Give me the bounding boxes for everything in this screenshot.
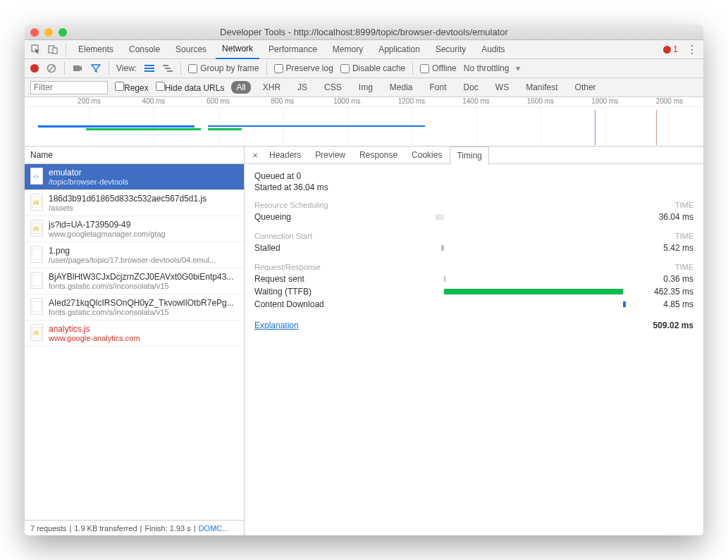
record-button[interactable] (30, 64, 39, 73)
filter-input[interactable] (30, 81, 108, 94)
svg-rect-6 (144, 65, 154, 66)
tab-headers[interactable]: Headers (263, 147, 307, 163)
filter-doc[interactable]: Doc (459, 81, 483, 94)
svg-rect-2 (53, 48, 57, 54)
request-row[interactable]: AIed271kqQlcIRSOnQH0yZ_TkvowlIOtbR7ePg..… (25, 294, 244, 321)
offline-checkbox[interactable]: Offline (420, 63, 456, 73)
inspect-element-icon[interactable] (29, 42, 43, 56)
titlebar: Developer Tools - http://localhost:8999/… (25, 25, 703, 40)
explanation-link[interactable]: Explanation (254, 321, 299, 330)
request-path: www.google-analytics.com (49, 334, 238, 342)
filter-xhr[interactable]: XHR (258, 81, 285, 94)
error-badge[interactable]: 1 (659, 44, 682, 54)
timing-value: 4.85 ms (637, 299, 693, 309)
timing-row: Content Download4.85 ms (254, 298, 693, 311)
svg-rect-9 (163, 65, 168, 66)
tab-timing[interactable]: Timing (450, 147, 489, 165)
status-finish: Finish: 1.93 s (144, 524, 190, 533)
hide-data-urls-checkbox[interactable]: Hide data URLs (156, 82, 225, 93)
camera-icon[interactable] (72, 63, 83, 74)
tab-elements[interactable]: Elements (72, 40, 120, 58)
time-label: TIME (675, 232, 693, 240)
tab-cookies[interactable]: Cookies (405, 147, 448, 163)
request-row[interactable]: JSjs?id=UA-1739509-49www.googletagmanage… (25, 216, 244, 242)
svg-rect-8 (144, 70, 154, 72)
timing-bar (436, 214, 444, 220)
filter-css[interactable]: CSS (319, 81, 347, 94)
filter-other[interactable]: Other (570, 81, 601, 94)
tab-network[interactable]: Network (216, 39, 259, 59)
total-time: 509.02 ms (653, 321, 693, 330)
request-row[interactable]: BjAYBlHtW3CJxDcjzrnZCJ0EAVxt0G0biEntp43.… (25, 268, 244, 294)
timing-label: Queueing (254, 212, 353, 222)
main-tabs-bar: Elements Console Sources Network Perform… (25, 40, 703, 59)
disable-cache-checkbox[interactable]: Disable cache (340, 63, 405, 73)
request-name: analytics.js (49, 324, 238, 334)
timing-row: Request sent0.36 ms (254, 273, 693, 285)
network-toolbar: View: Group by frame Preserve log Disabl… (25, 59, 703, 78)
request-name: emulator (49, 168, 238, 178)
svg-rect-10 (165, 68, 171, 69)
request-row[interactable]: JS186d3b91d61865d833c532aec567d5d1.js/as… (25, 190, 244, 216)
tab-audits[interactable]: Audits (475, 40, 511, 58)
filter-all[interactable]: All (231, 81, 250, 94)
request-row[interactable]: 1.png/user/pages/topic/17.browser-devtoo… (25, 242, 244, 268)
svg-rect-20 (32, 301, 42, 312)
throttling-select[interactable]: No throttling (464, 63, 510, 73)
request-name: 1.png (49, 246, 238, 256)
tab-console[interactable]: Console (123, 40, 166, 58)
timeline-tick: 200 ms (78, 97, 101, 105)
svg-rect-19 (32, 275, 42, 286)
request-name: BjAYBlHtW3CJxDcjzrnZCJ0EAVxt0G0biEntp43.… (49, 272, 238, 282)
name-column-header[interactable]: Name (25, 147, 244, 164)
filter-font[interactable]: Font (425, 81, 452, 94)
view-label: View: (116, 63, 137, 73)
maximize-window-button[interactable] (58, 28, 67, 37)
close-window-button[interactable] (30, 28, 39, 37)
clear-icon[interactable] (46, 63, 57, 74)
tab-performance[interactable]: Performance (262, 40, 323, 58)
request-row[interactable]: JSanalytics.jswww.google-analytics.com (25, 321, 244, 347)
timeline-tick: 1800 ms (591, 97, 618, 105)
img-file-icon (30, 246, 43, 263)
js-file-icon: JS (30, 324, 43, 341)
status-bar: 7 requests | 1.9 KB transferred | Finish… (25, 520, 244, 535)
filter-manifest[interactable]: Manifest (521, 81, 562, 94)
filter-js[interactable]: JS (292, 81, 312, 94)
timing-panel: Queued at 0 Started at 36.04 ms Resource… (245, 164, 703, 337)
regex-checkbox[interactable]: Regex (115, 82, 149, 93)
minimize-window-button[interactable] (44, 28, 53, 37)
timing-bar (623, 301, 626, 307)
tab-application[interactable]: Application (372, 40, 426, 58)
tab-memory[interactable]: Memory (326, 40, 369, 58)
timing-value: 462.35 ms (637, 287, 693, 297)
filter-media[interactable]: Media (385, 81, 418, 94)
filter-icon[interactable] (90, 63, 101, 74)
more-menu-icon[interactable]: ⋮ (685, 43, 699, 56)
request-name: AIed271kqQlcIRSOnQH0yZ_TkvowlIOtbR7ePg..… (49, 298, 238, 308)
request-path: fonts.gstatic.com/s/inconsolata/v15 (49, 308, 238, 316)
device-toolbar-icon[interactable] (46, 42, 60, 56)
svg-rect-18 (32, 249, 42, 260)
timing-value: 36.04 ms (637, 212, 693, 222)
request-row[interactable]: <>emulator/topic/browser-devtools (25, 164, 244, 190)
timing-label: Stalled (254, 243, 353, 253)
close-detail-button[interactable]: × (249, 150, 261, 161)
timeline-overview[interactable]: 200 ms400 ms600 ms800 ms1000 ms1200 ms14… (25, 97, 703, 147)
filter-ws[interactable]: WS (491, 81, 514, 94)
request-path: www.googletagmanager.com/gtag (49, 230, 238, 238)
filter-img[interactable]: Img (354, 81, 378, 94)
group-by-frame-checkbox[interactable]: Group by frame (188, 63, 259, 73)
timing-row: Queueing36.04 ms (254, 211, 693, 223)
list-view-icon[interactable] (144, 63, 155, 74)
tab-response[interactable]: Response (353, 147, 404, 163)
tab-preview[interactable]: Preview (309, 147, 352, 163)
tab-sources[interactable]: Sources (169, 40, 213, 58)
tab-security[interactable]: Security (429, 40, 472, 58)
svg-rect-5 (73, 66, 80, 71)
timing-row: Stalled5.42 ms (254, 242, 693, 254)
waterfall-view-icon[interactable] (162, 63, 173, 74)
preserve-log-checkbox[interactable]: Preserve log (274, 63, 333, 73)
dropdown-icon[interactable]: ▾ (516, 63, 520, 73)
timing-label: Request sent (254, 274, 353, 284)
